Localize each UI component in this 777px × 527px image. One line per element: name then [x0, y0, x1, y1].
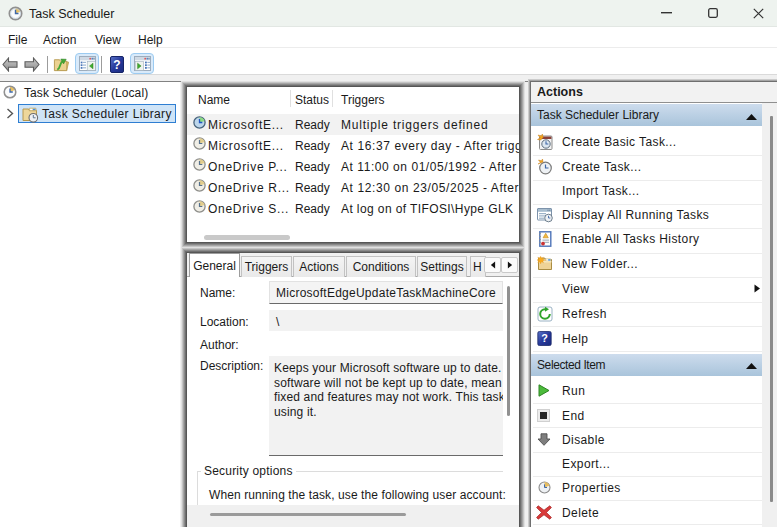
svg-text:?: ? [541, 332, 548, 344]
svg-text:?: ? [113, 58, 120, 72]
